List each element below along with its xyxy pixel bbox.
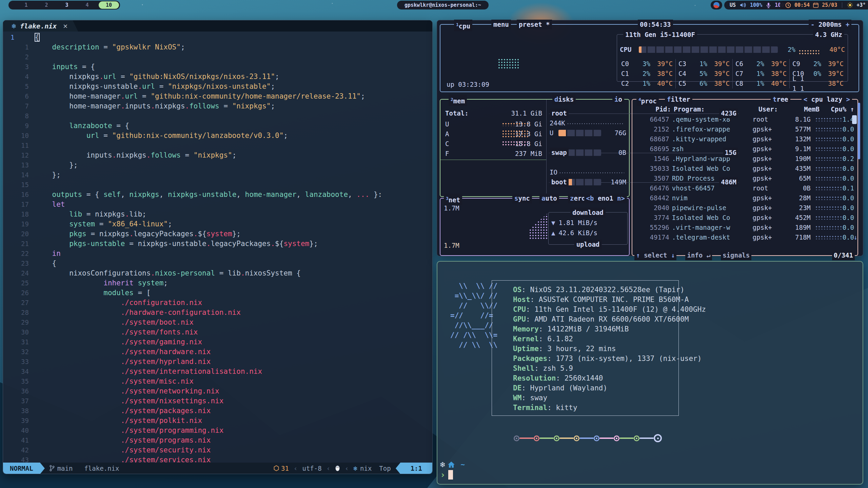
process-row[interactable]: 35033Isolated Web Cogpsk+435M0.0 [635, 164, 854, 174]
code-line[interactable]: 39 ./system/polkit.nix [3, 416, 432, 426]
code-line[interactable]: 25 inherit system; [3, 278, 432, 288]
tray-icon[interactable] [713, 2, 720, 8]
code-line[interactable]: 37 ./system/nixsettings.nix [3, 396, 432, 406]
code-area[interactable]: 1{1 description = "gpskwlkr NixOS";23 in… [3, 32, 432, 463]
info-hint[interactable]: info ↵ [685, 250, 712, 260]
signals-hint[interactable]: signals [721, 250, 751, 260]
terminal-scrollbar[interactable] [858, 103, 860, 159]
weather-temp[interactable]: +3° [856, 2, 866, 8]
code-line[interactable]: 36 ./system/networking.nix [3, 386, 432, 396]
scrollbar-thumb[interactable] [852, 115, 857, 124]
code-line[interactable]: 9 lanzaboote = { [3, 121, 432, 131]
code-line[interactable]: 15 [3, 180, 432, 190]
code-line[interactable]: 42 ./system/security.nix [3, 445, 432, 455]
code-line[interactable]: 23 { [3, 259, 432, 268]
process-row[interactable]: 66457.qemu-system-x8root8.1G1.4 [635, 115, 854, 124]
time[interactable]: 00:54 [794, 2, 810, 8]
code-line[interactable]: 21 pkgs-unstable = nixpkgs-unstable.lega… [3, 239, 432, 249]
process-row[interactable]: 3774Isolated Web Cogpsk+452M0.0 [635, 213, 854, 223]
io-toggle[interactable]: io [612, 95, 624, 104]
code-line[interactable]: 28 ./hardware-configuration.nix [3, 308, 432, 318]
proc-header[interactable]: Pid: Program: User: MemB Cpu% ↑ [635, 104, 854, 114]
code-line[interactable]: 29 ./system/boot.nix [3, 318, 432, 327]
speaker-icon[interactable] [740, 2, 746, 8]
volume-level[interactable]: 100% [750, 2, 762, 8]
workspace-active[interactable]: 10 [99, 1, 119, 9]
process-row[interactable]: 68442nvimgpsk+28M0.0 [635, 193, 854, 203]
net-interface[interactable]: <b eno1 n> [584, 194, 627, 203]
filter-button[interactable]: filter [665, 95, 692, 104]
code-line[interactable]: 30 ./system/fonts.nix [3, 327, 432, 337]
code-line[interactable]: 4 nixpkgs.url = "github:NixOS/nixpkgs/ni… [3, 72, 432, 82]
git-branch-name[interactable]: main [57, 465, 73, 472]
code-line[interactable]: 7 home-manager.inputs.nixpkgs.follows = … [3, 101, 432, 111]
workspace-3[interactable]: 3 [57, 2, 77, 8]
process-row[interactable]: 55296.virt-manager-wgpsk+189M0.0 [635, 223, 854, 232]
code-line[interactable]: 22 in [3, 249, 432, 259]
workspace-1[interactable]: 1 [16, 2, 36, 8]
code-line[interactable]: 32 ./system/hardware.nix [3, 347, 432, 357]
code-line[interactable]: 33 ./system/hyprland.nix [3, 357, 432, 367]
workspace-2[interactable]: 2 [36, 2, 57, 8]
interval-minus[interactable]: - [811, 21, 814, 28]
select-hint[interactable]: ↑ select ↓ [634, 250, 676, 260]
close-icon[interactable]: × [63, 22, 68, 29]
workspace-switcher[interactable]: 123410 [8, 1, 120, 9]
code-line[interactable]: 13 }; [3, 160, 432, 170]
code-line[interactable]: 38 ./system/packages.nix [3, 406, 432, 416]
interval-plus[interactable]: + [846, 21, 849, 28]
code-line[interactable]: 1{ [3, 33, 432, 42]
code-line[interactable]: 3 inputs = { [3, 62, 432, 72]
date[interactable]: 25/03 [822, 2, 837, 8]
code-line[interactable]: 8 [3, 111, 432, 121]
process-row[interactable]: 49174.telegram-desktgpsk+718M0.0 [635, 232, 854, 242]
code-line[interactable]: 5 nixpkgs-unstable.url = "nixpkgs/nixos-… [3, 82, 432, 92]
process-row[interactable]: 2040pipewire-pulsegpsk+23M0.0 [635, 203, 854, 213]
code-line[interactable]: 14 }; [3, 170, 432, 180]
code-line[interactable]: 19 system = "x86_64-linux"; [3, 219, 432, 229]
code-line[interactable]: 11 [3, 141, 432, 150]
update-interval[interactable]: - 2000ms + [809, 20, 851, 29]
tree-toggle[interactable]: tree [771, 95, 790, 104]
diagnostics[interactable]: 31 [274, 465, 289, 472]
net-auto-toggle[interactable]: auto [539, 194, 559, 203]
net-sync-toggle[interactable]: sync [512, 194, 532, 203]
code-line[interactable]: 12 inputs.nixpkgs.follows = "nixpkgs"; [3, 150, 432, 160]
code-line[interactable]: 6 home-manager.url = "github:nix-communi… [3, 92, 432, 101]
code-line[interactable]: 2 [3, 52, 432, 62]
code-line[interactable]: 1 description = "gpskwlkr NixOS"; [3, 42, 432, 52]
system-tray[interactable] [711, 1, 722, 9]
code-line[interactable]: 43 ./system/services.nix [3, 455, 432, 463]
sort-selector[interactable]: < cpu lazy > [802, 95, 852, 104]
code-line[interactable]: 40 ./system/programming.nix [3, 426, 432, 435]
code-line[interactable]: 16 outputs = { self, nixpkgs, nixpkgs-un… [3, 190, 432, 200]
cpu-box-title[interactable]: 1cpu [454, 20, 472, 31]
code-line[interactable]: 17 let [3, 200, 432, 209]
process-row[interactable]: 2152.firefox-wrappegpsk+577M0.0 [635, 124, 854, 134]
code-line[interactable]: 20 pkgs = nixpkgs.legacyPackages.${syste… [3, 229, 432, 239]
shell-prompt[interactable]: ❄ ~ › [440, 460, 465, 480]
tab-flake-nix[interactable]: ❄ flake.nix × [3, 20, 78, 32]
workspace-4[interactable]: 4 [77, 2, 97, 8]
process-row[interactable]: 68695zshgpsk+9.1M0.0 [635, 144, 854, 154]
code-line[interactable]: 18 lib = nixpkgs.lib; [3, 209, 432, 219]
process-row[interactable]: 68687.kitty-wrappedgpsk+132M0.0 [635, 134, 854, 144]
process-list[interactable]: 66457.qemu-system-x8root8.1G1.42152.fire… [635, 115, 854, 242]
code-line[interactable]: 24 nixosConfigurations.nixos-personal = … [3, 268, 432, 278]
scroll-down-icon[interactable]: ↓ [854, 232, 857, 242]
mem-box-title[interactable]: 2mem [449, 95, 467, 106]
menu-button[interactable]: menu [491, 20, 511, 29]
code-line[interactable]: 34 ./system/internationalisation.nix [3, 367, 432, 377]
keyboard-layout[interactable]: US [730, 2, 736, 8]
code-line[interactable]: 10 url = "github:nix-community/lanzaboot… [3, 131, 432, 141]
process-row[interactable]: 3507RDD Processgpsk+65M0.0 [635, 174, 854, 183]
code-line[interactable]: 31 ./system/gaming.nix [3, 337, 432, 347]
code-line[interactable]: 35 ./system/misc.nix [3, 377, 432, 386]
code-line[interactable]: 26 modules = [ [3, 288, 432, 298]
code-line[interactable]: 41 ./system/programs.nix [3, 435, 432, 445]
process-row[interactable]: 66476vhost-66457root0B0.1 [635, 183, 854, 193]
disks-toggle[interactable]: disks [552, 95, 576, 104]
code-line[interactable]: 27 ./configuration.nix [3, 298, 432, 308]
preset-button[interactable]: preset * [517, 20, 552, 29]
microphone-icon[interactable] [766, 2, 771, 8]
